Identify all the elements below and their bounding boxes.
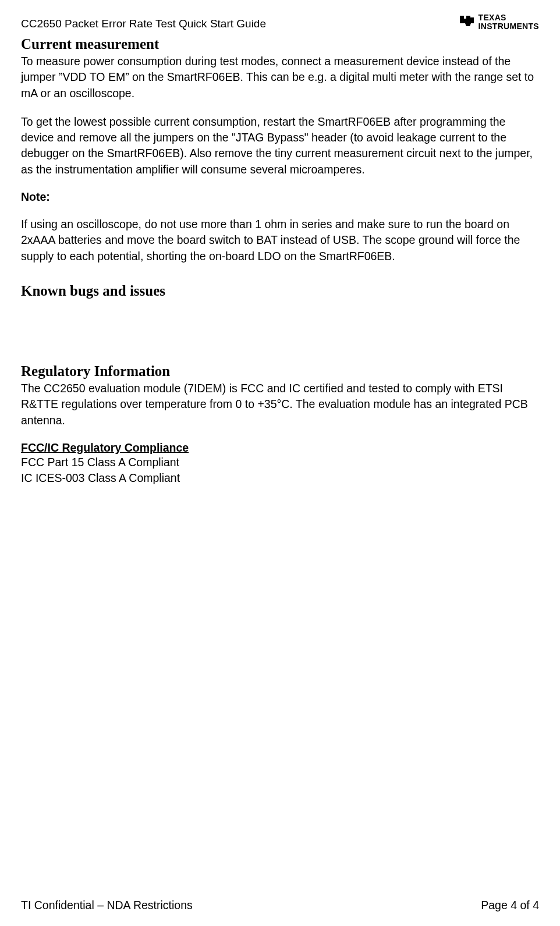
- company-logo: TEXAS INSTRUMENTS: [458, 12, 539, 33]
- document-title: CC2650 Packet Error Rate Test Quick Star…: [21, 12, 266, 30]
- heading-regulatory: Regulatory Information: [21, 363, 539, 379]
- page-footer: TI Confidential – NDA Restrictions Page …: [21, 899, 539, 912]
- paragraph: The CC2650 evaluation module (7IDEM) is …: [21, 381, 539, 428]
- heading-current-measurement: Current measurement: [21, 36, 539, 52]
- sub-heading-fcc-ic: FCC/IC Regulatory Compliance: [21, 441, 539, 455]
- paragraph: To measure power consumption during test…: [21, 54, 539, 101]
- logo-line-1: TEXAS: [479, 13, 539, 22]
- page-header: CC2650 Packet Error Rate Test Quick Star…: [21, 12, 539, 33]
- logo-line-2: INSTRUMENTS: [479, 22, 539, 31]
- note-label: Note:: [21, 190, 539, 204]
- compliance-line: FCC Part 15 Class A Compliant: [21, 455, 539, 470]
- paragraph: If using an oscilloscope, do not use mor…: [21, 217, 539, 264]
- ti-chip-icon: [458, 12, 476, 33]
- paragraph: To get the lowest possible current consu…: [21, 114, 539, 178]
- compliance-line: IC ICES-003 Class A Compliant: [21, 470, 539, 486]
- logo-text: TEXAS INSTRUMENTS: [479, 13, 539, 30]
- footer-right: Page 4 of 4: [481, 899, 539, 912]
- heading-known-bugs: Known bugs and issues: [21, 283, 539, 299]
- footer-left: TI Confidential – NDA Restrictions: [21, 899, 193, 912]
